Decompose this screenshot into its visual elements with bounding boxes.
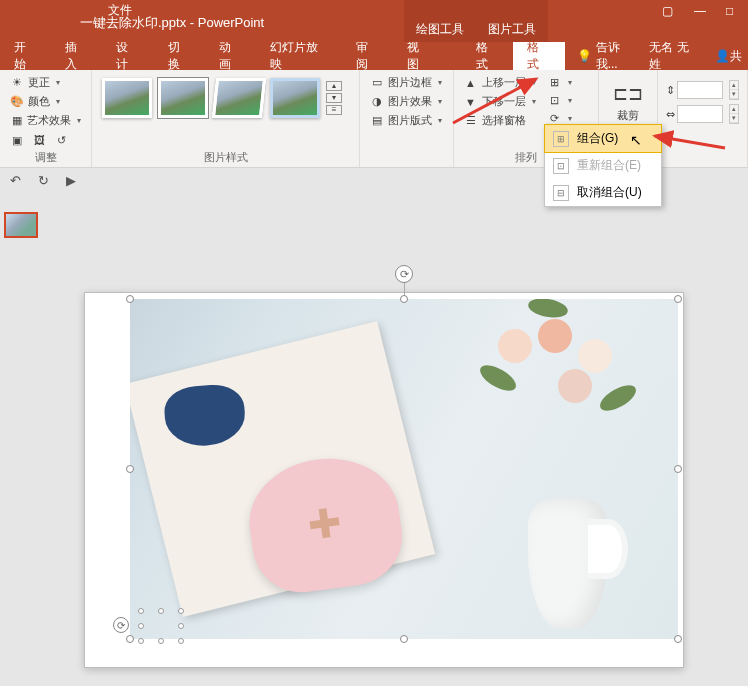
chevron-down-icon[interactable]: ▾ <box>326 93 342 103</box>
tab-design[interactable]: 设计 <box>102 42 153 70</box>
adjust-extra-icons: ▣ 🖼 ↺ <box>8 131 83 148</box>
bring-forward-label: 上移一层 <box>482 75 526 90</box>
secondary-selected-shape[interactable]: ⟳ <box>141 611 181 641</box>
width-spinner[interactable]: ▴▾ <box>729 104 739 124</box>
minimize-icon[interactable]: ― <box>694 4 706 16</box>
resize-handle-se[interactable] <box>674 635 682 643</box>
menu-ungroup[interactable]: ⊟ 取消组合(U) <box>545 179 661 206</box>
group-icon: ⊡ <box>548 93 562 107</box>
chevron-up-icon[interactable]: ▴ <box>326 81 342 91</box>
picture-style-item[interactable] <box>158 78 208 118</box>
corrections-label: 更正 <box>28 75 50 90</box>
picture-effects-button[interactable]: ◑ 图片效果 ▾ <box>368 93 445 110</box>
restore-icon[interactable]: □ <box>726 4 738 16</box>
flowers-graphic <box>438 299 658 449</box>
height-spinner[interactable]: ▴▾ <box>729 80 739 100</box>
menu-group-label: 组合(G) <box>577 130 618 147</box>
resize-handle[interactable] <box>138 623 144 629</box>
chevron-down-icon: ▾ <box>77 116 81 125</box>
picture-border-button[interactable]: ▭ 图片边框 ▾ <box>368 74 445 91</box>
chevron-down-icon: ▾ <box>438 116 442 125</box>
slide-thumbnail-1[interactable] <box>4 212 38 238</box>
resize-handle[interactable] <box>178 638 184 644</box>
picture-style-item[interactable] <box>102 78 152 118</box>
tab-transitions[interactable]: 切换 <box>154 42 205 70</box>
resize-handle-ne[interactable] <box>674 295 682 303</box>
ribbon-options-icon[interactable]: ▢ <box>662 4 674 16</box>
tell-me-search[interactable]: 💡 告诉我... <box>577 42 640 70</box>
bulb-icon: 💡 <box>577 49 592 63</box>
share-button[interactable]: 👤 共 <box>709 42 748 70</box>
width-row: ⇔ ▴▾ <box>666 104 739 124</box>
tab-home[interactable]: 开始 <box>0 42 51 70</box>
tell-me-label: 告诉我... <box>596 39 640 73</box>
resize-handle[interactable] <box>178 623 184 629</box>
resize-handle-w[interactable] <box>126 465 134 473</box>
group-picture-styles: ▴ ▾ ≡ 图片样式 <box>92 70 360 167</box>
tab-animations[interactable]: 动画 <box>205 42 256 70</box>
tab-insert[interactable]: 插入 <box>51 42 102 70</box>
ribbon-tabs: 开始 插入 设计 切换 动画 幻灯片放映 审阅 视图 格式 格式 💡 告诉我..… <box>0 42 748 70</box>
height-input[interactable] <box>677 81 723 99</box>
picture-style-gallery[interactable]: ▴ ▾ ≡ <box>100 74 344 122</box>
resize-handle[interactable] <box>178 608 184 614</box>
color-icon: 🎨 <box>10 95 24 109</box>
tab-format-drawing[interactable]: 格式 <box>462 42 513 70</box>
tab-review[interactable]: 审阅 <box>342 42 393 70</box>
send-backward-button[interactable]: ▼ 下移一层 ▾ <box>462 93 538 110</box>
slide-canvas[interactable]: ⟳ <box>84 292 684 668</box>
resize-handle[interactable] <box>138 608 144 614</box>
resize-handle-nw[interactable] <box>126 295 134 303</box>
picture-layout-button[interactable]: ▤ 图片版式 ▾ <box>368 112 445 129</box>
effects-icon: ◑ <box>370 95 384 109</box>
compress-icon[interactable]: ▣ <box>10 133 24 147</box>
picture-style-item[interactable] <box>212 78 266 118</box>
account-name[interactable]: 无名 无姓 <box>639 42 709 70</box>
group-button[interactable]: ⊡▾ <box>546 92 574 108</box>
color-button[interactable]: 🎨 颜色 ▾ <box>8 93 83 110</box>
regroup-icon: ⊡ <box>553 158 569 174</box>
resize-handle[interactable] <box>138 638 144 644</box>
vase-graphic <box>498 429 638 629</box>
gallery-scroll[interactable]: ▴ ▾ ≡ <box>326 78 342 118</box>
share-label: 共 <box>730 48 742 65</box>
tab-slideshow[interactable]: 幻灯片放映 <box>256 42 342 70</box>
slide-thumbnail-pane[interactable] <box>0 192 44 686</box>
resize-handle-e[interactable] <box>674 465 682 473</box>
resize-handle[interactable] <box>158 638 164 644</box>
resize-handle-s[interactable] <box>400 635 408 643</box>
workspace: ⟳ <box>0 192 748 686</box>
height-icon: ⇕ <box>666 83 675 97</box>
tab-view[interactable]: 视图 <box>393 42 444 70</box>
resize-handle-n[interactable] <box>400 295 408 303</box>
undo-icon[interactable]: ↶ <box>8 173 22 187</box>
change-picture-icon[interactable]: 🖼 <box>32 133 46 147</box>
rotate-handle[interactable]: ⟳ <box>395 265 413 283</box>
slide-canvas-area[interactable]: ⟳ <box>44 192 748 686</box>
align-button[interactable]: ⊞▾ <box>546 74 574 90</box>
artistic-effects-button[interactable]: ▦ 艺术效果 ▾ <box>8 112 83 129</box>
width-input[interactable] <box>677 105 723 123</box>
crop-icon[interactable]: ⊏⊐ <box>614 80 642 108</box>
layout-icon: ▤ <box>370 114 384 128</box>
selected-picture[interactable]: ⟳ <box>130 299 678 639</box>
height-row: ⇕ ▴▾ <box>666 80 739 100</box>
tab-format-picture[interactable]: 格式 <box>513 42 564 70</box>
bring-forward-button[interactable]: ▲ 上移一层 ▾ <box>462 74 538 91</box>
slideshow-icon[interactable]: ▶ <box>64 173 78 187</box>
repeat-icon[interactable]: ↻ <box>36 173 50 187</box>
chevron-down-icon: ▾ <box>568 78 572 87</box>
resize-handle-sw[interactable] <box>126 635 134 643</box>
picture-style-item[interactable] <box>270 78 320 118</box>
rotate-handle-small[interactable]: ⟳ <box>113 617 129 633</box>
corrections-button[interactable]: ☀ 更正 ▾ <box>8 74 83 91</box>
chevron-down-icon: ▾ <box>568 114 572 123</box>
more-icon[interactable]: ≡ <box>326 105 342 115</box>
resize-handle[interactable] <box>158 608 164 614</box>
menu-group[interactable]: ⊞ 组合(G) <box>545 125 661 152</box>
selection-pane-button[interactable]: ☰ 选择窗格 <box>462 112 538 129</box>
crop-label[interactable]: 裁剪 <box>614 108 642 123</box>
reset-picture-icon[interactable]: ↺ <box>54 133 68 147</box>
contextual-tool-tabs: 绘图工具 图片工具 <box>404 0 548 42</box>
group-label-styles: 图片样式 <box>100 148 351 167</box>
